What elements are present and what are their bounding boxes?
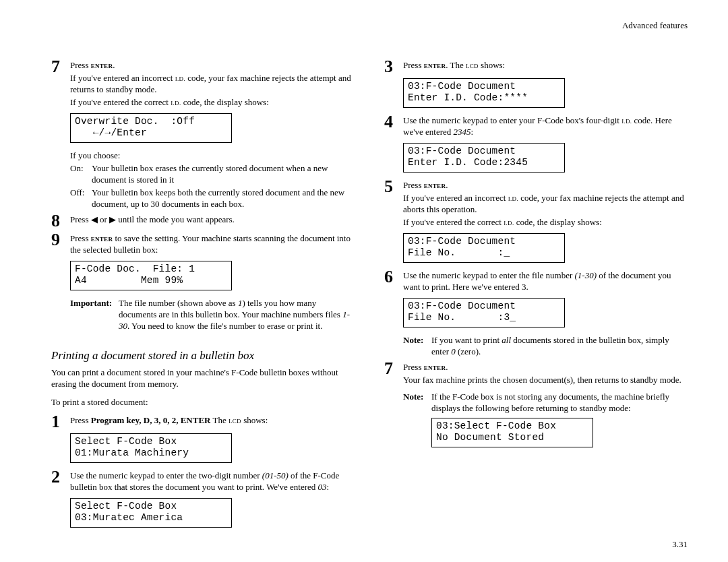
label-note: Note: (403, 391, 431, 414)
step-number: 9 (51, 232, 67, 247)
intro-para: You can print a document stored in your … (51, 367, 355, 389)
step-body: Press Program key, D, 3, 0, 2, ENTER The… (70, 414, 355, 427)
step-number: 5 (384, 179, 400, 194)
header-section: Advanced features (622, 20, 688, 31)
lcd-overwrite: Overwrite Doc. :Off ←/→/Enter (70, 113, 232, 143)
columns: 7 Press ENTER. If you've entered an inco… (51, 59, 688, 534)
r-step-7: 7 Press ENTER. Your fax machine prints t… (384, 361, 688, 387)
step-body: Press ENTER. If you've entered an incorr… (70, 59, 355, 109)
important-text: The file number (shown above as 1) tells… (119, 297, 355, 332)
if-you-choose: If you choose: (70, 150, 355, 161)
step-number: 3 (384, 59, 400, 74)
step-body: Press ENTER. The LCD shows: (403, 59, 688, 72)
section-title-printing: Printing a document stored in a bulletin… (51, 349, 355, 363)
label-important: Important: (70, 297, 119, 332)
left-column: 7 Press ENTER. If you've entered an inco… (51, 59, 355, 534)
print-step-2: 2 Use the numeric keypad to enter the tw… (51, 470, 355, 494)
lcd-file-no-blank: 03:F-Code Document File No. :_ (403, 233, 565, 263)
r-step-3: 3 Press ENTER. The LCD shows: (384, 59, 688, 74)
step-body: Press ◀ or ▶ until the mode you want app… (70, 214, 355, 226)
right-column: 3 Press ENTER. The LCD shows: 03:F-Code … (384, 59, 688, 534)
lcd-no-document-stored: 03:Select F-Code Box No Document Stored (431, 418, 593, 447)
note-print-all: Note: If you want to print all documents… (403, 334, 688, 357)
step-7: 7 Press ENTER. If you've entered an inco… (51, 59, 355, 109)
intro-para-2: To print a stored document: (51, 396, 355, 408)
step-number: 4 (384, 115, 400, 129)
step-number: 7 (384, 361, 400, 376)
lcd-enter-id-2345: 03:F-Code Document Enter I.D. Code:2345 (403, 143, 565, 173)
step-number: 1 (51, 414, 67, 429)
step-body: Press ENTER. If you've entered an incorr… (403, 179, 688, 229)
step-9: 9 Press ENTER to save the setting. Your … (51, 232, 355, 257)
step-body: Use the numeric keypad to enter your F-C… (403, 115, 688, 139)
r-step-5: 5 Press ENTER. If you've entered an inco… (384, 179, 688, 229)
lcd-select-box-03: Select F-Code Box 03:Muratec America (70, 498, 232, 528)
on-off-defs: On: Your bulletin box erases the current… (70, 162, 355, 210)
label-note: Note: (403, 334, 431, 357)
step-body: Press ENTER to save the setting. Your ma… (70, 232, 355, 257)
def-on: On: Your bulletin box erases the current… (70, 162, 355, 185)
note-text: If you want to print all documents store… (431, 334, 688, 357)
lcd-file-no-3: 03:F-Code Document File No. :3_ (403, 298, 565, 327)
r-step-4: 4 Use the numeric keypad to enter your F… (384, 115, 688, 139)
step-number: 7 (51, 59, 67, 74)
lcd-enter-id-mask: 03:F-Code Document Enter I.D. Code:**** (403, 78, 565, 108)
note-no-document: Note: If the F-Code box is not storing a… (403, 391, 688, 414)
step-body: Press ENTER. Your fax machine prints the… (403, 361, 688, 387)
page-number: 3.31 (672, 539, 688, 550)
lcd-fcode-doc: F-Code Doc. File: 1 A4 Mem 99% (70, 261, 232, 290)
lcd-select-box-01: Select F-Code Box 01:Murata Machinery (70, 433, 232, 463)
print-step-1: 1 Press Program key, D, 3, 0, 2, ENTER T… (51, 414, 355, 429)
note-text: If the F-Code box is not storing any doc… (431, 391, 688, 414)
def-off: Off: Your bulletin box keeps both the cu… (70, 187, 355, 210)
step-number: 2 (51, 470, 67, 485)
step-number: 6 (384, 270, 400, 284)
step-8: 8 Press ◀ or ▶ until the mode you want a… (51, 214, 355, 228)
r-step-6: 6 Use the numeric keypad to enter the fi… (384, 270, 688, 294)
step-number: 8 (51, 214, 67, 228)
important-note: Important: The file number (shown above … (70, 297, 355, 332)
step-body: Use the numeric keypad to enter the two-… (70, 470, 355, 494)
manual-page: Advanced features 3.31 7 Press ENTER. If… (0, 0, 728, 562)
step-body: Use the numeric keypad to enter the file… (403, 270, 688, 294)
lcd-wrap: 03:Select F-Code Box No Document Stored (431, 418, 688, 447)
